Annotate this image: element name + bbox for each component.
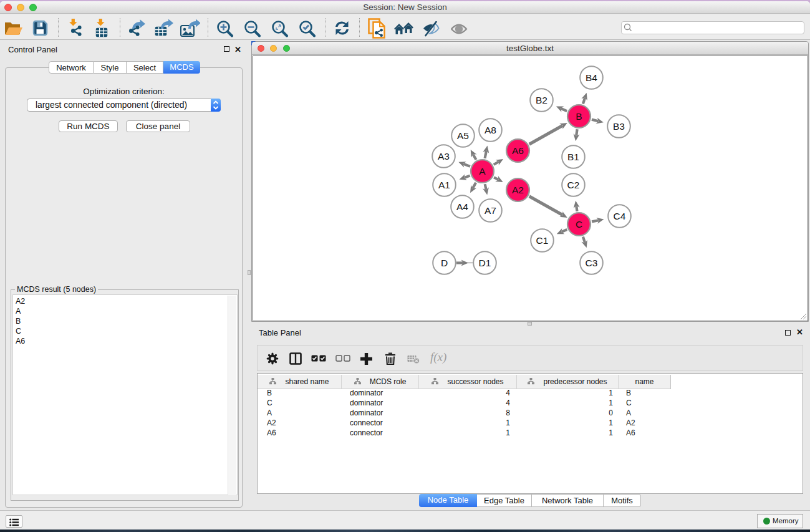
svg-text:A8: A8: [485, 125, 496, 135]
svg-text:C1: C1: [536, 235, 549, 246]
svg-text:C4: C4: [614, 211, 626, 221]
svg-text:C3: C3: [586, 258, 598, 268]
svg-text:A6: A6: [512, 145, 524, 156]
svg-text:D: D: [441, 258, 448, 268]
svg-text:B4: B4: [586, 72, 597, 83]
svg-text:D1: D1: [479, 258, 491, 268]
svg-text:B3: B3: [613, 121, 625, 132]
svg-text:A3: A3: [438, 151, 450, 162]
svg-text:A2: A2: [512, 185, 524, 195]
svg-text:A: A: [479, 166, 486, 177]
svg-text:A4: A4: [456, 201, 468, 212]
svg-text:C2: C2: [567, 180, 580, 190]
svg-text:C: C: [576, 219, 582, 230]
svg-text:B: B: [576, 111, 582, 122]
svg-text:A7: A7: [485, 205, 496, 216]
svg-text:B1: B1: [567, 152, 579, 162]
svg-text:B2: B2: [536, 95, 547, 105]
svg-text:A5: A5: [457, 130, 469, 141]
svg-text:A1: A1: [438, 180, 450, 190]
